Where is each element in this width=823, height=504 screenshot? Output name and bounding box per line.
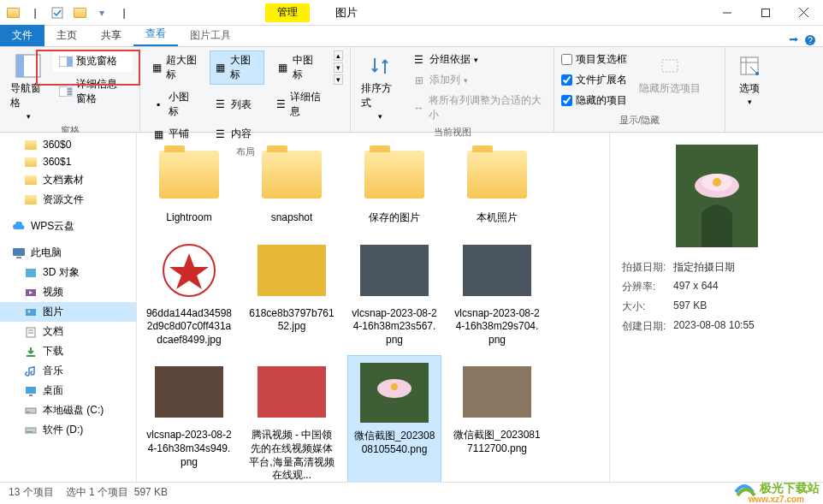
sidebar-item[interactable]: 本地磁盘 (C:) (0, 400, 136, 420)
svg-rect-2 (761, 9, 769, 16)
file-item[interactable]: 96dda144ad345982d9c8d07c0ff431adcaef8499… (142, 234, 236, 351)
item-icon (24, 306, 38, 318)
tab-share[interactable]: 共享 (89, 25, 133, 46)
scroll-up-icon[interactable]: ▴ (334, 50, 343, 61)
sidebar-item[interactable]: 文档 (0, 322, 136, 341)
tab-home[interactable]: 主页 (44, 25, 89, 46)
item-icon (24, 424, 38, 436)
details-icon: ☰ (275, 99, 287, 110)
sidebar-item[interactable]: 视频 (0, 282, 136, 302)
hide-selected-button[interactable]: 隐藏所选项目 (636, 50, 704, 98)
sidebar-item[interactable]: 软件 (D:) (0, 420, 136, 440)
chk-extensions[interactable]: 文件扩展名 (561, 71, 627, 89)
sidebar-item[interactable]: 下载 (0, 341, 136, 361)
nav-pane-icon (15, 52, 42, 80)
svg-rect-8 (16, 55, 24, 77)
file-name: vlcsnap-2023-08-24-16h38m29s704.png (453, 307, 541, 347)
options-button[interactable]: 选项 ▾ (732, 50, 767, 108)
file-item[interactable]: 微信截图_20230808105540.png (347, 355, 441, 482)
folder-icon[interactable] (70, 3, 89, 22)
sidebar-wps[interactable]: WPS云盘 (0, 216, 136, 236)
window-controls (708, 0, 823, 26)
pc-icon (12, 247, 26, 259)
sort-button[interactable]: 排序方式 ▾ (358, 50, 404, 122)
sidebar-item[interactable]: 桌面 (0, 381, 136, 400)
checkbox-icon[interactable] (48, 3, 67, 22)
tab-file[interactable]: 文件 (0, 25, 44, 46)
meta-label: 大小: (622, 299, 673, 314)
file-item[interactable]: 本机照片 (450, 138, 544, 228)
status-count: 13 个项目 (9, 485, 54, 500)
details-pane-icon (59, 86, 73, 97)
svg-rect-31 (29, 394, 33, 396)
meta-value: 597 KB (673, 299, 707, 314)
meta-row: 大小:597 KB (622, 297, 811, 317)
sidebar-item[interactable]: 3D 对象 (0, 263, 136, 282)
sidebar-item[interactable]: 资源文件 (0, 190, 136, 210)
svg-rect-21 (26, 269, 36, 277)
file-name: 本机照片 (477, 211, 518, 225)
preview-pane: 拍摄日期:指定拍摄日期分辨率:497 x 644大小:597 KB创建日期:20… (609, 133, 823, 482)
close-button[interactable] (785, 0, 823, 26)
chk-checkboxes[interactable]: 项目复选框 (561, 50, 627, 68)
svg-rect-20 (16, 257, 21, 258)
sidebar-item[interactable]: 图片 (0, 302, 136, 322)
layout-medium-icons[interactable]: ▦中图标 (271, 50, 327, 85)
file-item[interactable]: Lightroom (142, 138, 236, 228)
file-item[interactable]: vlcsnap-2023-08-24-16h38m29s704.png (450, 234, 544, 351)
file-name: 618ce8b3797b76152.jpg (248, 307, 335, 334)
sidebar-item[interactable]: 音乐 (0, 361, 136, 381)
file-item[interactable]: 保存的图片 (347, 138, 441, 228)
maximize-button[interactable] (746, 0, 785, 26)
group-options: 选项 ▾ (725, 47, 773, 132)
sidebar-item[interactable]: 文档素材 (0, 170, 136, 190)
xl-icon: ▦ (151, 62, 163, 73)
layout-xl-icons[interactable]: ▦超大图标 (147, 50, 203, 85)
file-grid[interactable]: Lightroomsnapshot保存的图片本机照片96dda144ad3459… (137, 133, 609, 482)
tab-picture-tools[interactable]: 图片工具 (178, 25, 243, 46)
autosize-button[interactable]: ↔将所有列调整为合适的大小 (412, 92, 547, 124)
groupby-button[interactable]: ☰分组依据 ▾ (412, 50, 547, 68)
expand-icon[interactable]: ▾ (334, 74, 343, 85)
meta-row: 分辨率:497 x 644 (622, 277, 811, 297)
chk-hidden[interactable]: 隐藏的项目 (561, 92, 627, 110)
nav-pane-button[interactable]: 导航窗格 ▾ (7, 50, 50, 122)
minimize-button[interactable] (708, 0, 746, 26)
help-icon[interactable]: ? (804, 34, 816, 46)
pin-icon[interactable]: ⮕ (789, 34, 799, 46)
preview-pane-button[interactable]: 预览窗格 (53, 50, 133, 72)
svg-rect-16 (662, 60, 678, 72)
file-item[interactable]: 腾讯视频 - 中国领先的在线视频媒体平台,海量高清视频在线观... (245, 355, 339, 482)
file-item[interactable]: 618ce8b3797b76152.jpg (245, 234, 339, 351)
svg-rect-10 (67, 56, 73, 67)
item-icon (24, 326, 38, 338)
file-name: snapshot (271, 211, 313, 225)
layout-small-icons[interactable]: ▪小图标 (147, 87, 203, 122)
file-item[interactable]: 微信截图_20230817112700.png (450, 355, 544, 482)
titlebar: | ▾ | 管理 图片 (0, 0, 823, 26)
layout-large-icons[interactable]: ▦大图标 (210, 50, 265, 85)
addcol-button[interactable]: ⊞添加列 ▾ (412, 71, 547, 89)
preview-thumbnail (676, 145, 758, 247)
file-item[interactable]: snapshot (245, 138, 339, 228)
tab-view[interactable]: 查看 (133, 23, 178, 46)
sidebar-item[interactable]: 360$0 (0, 136, 136, 153)
file-item[interactable]: vlcsnap-2023-08-24-16h38m34s949.png (142, 355, 236, 482)
layout-details[interactable]: ☰详细信息 (271, 87, 327, 122)
image-thumbnail (353, 237, 435, 304)
meta-value: 指定拍摄日期 (673, 260, 735, 275)
meta-label: 分辨率: (622, 280, 673, 294)
details-pane-button[interactable]: 详细信息窗格 (53, 74, 133, 110)
list-icon: ☰ (214, 99, 228, 110)
item-icon (24, 365, 38, 377)
sidebar-item[interactable]: 360$1 (0, 153, 136, 170)
file-item[interactable]: vlcsnap-2023-08-24-16h38m23s567.png (347, 234, 441, 351)
layout-list[interactable]: ☰列表 (210, 87, 265, 122)
qat-dropdown-icon[interactable]: ▾ (92, 3, 111, 22)
scroll-down-icon[interactable]: ▾ (334, 62, 343, 73)
sidebar-this-pc[interactable]: 此电脑 (0, 243, 136, 263)
file-name: 保存的图片 (369, 211, 420, 225)
svg-rect-41 (155, 366, 223, 418)
preview-pane-icon (59, 56, 73, 67)
svg-rect-40 (463, 245, 531, 296)
